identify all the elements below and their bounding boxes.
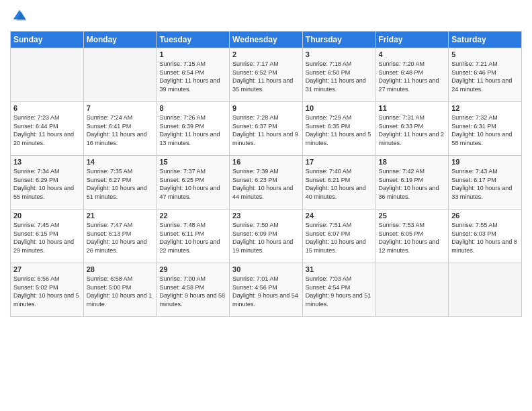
day-info: Sunrise: 7:17 AM Sunset: 6:52 PM Dayligh… [232,60,300,93]
day-info: Sunrise: 7:15 AM Sunset: 6:54 PM Dayligh… [159,60,226,93]
calendar-cell: 18 Sunrise: 7:42 AM Sunset: 6:19 PM Dayl… [375,156,449,210]
calendar-cell: 20 Sunrise: 7:45 AM Sunset: 6:15 PM Dayl… [11,210,84,263]
day-number: 28 [87,265,154,273]
day-info: Sunrise: 7:21 AM Sunset: 6:46 PM Dayligh… [451,60,519,93]
col-header-monday: Monday [83,32,157,48]
day-info: Sunrise: 7:20 AM Sunset: 6:48 PM Dayligh… [379,60,446,93]
calendar-cell [11,48,84,102]
calendar-cell [83,48,157,102]
day-info: Sunrise: 7:51 AM Sunset: 6:07 PM Dayligh… [306,221,373,255]
logo [10,7,32,26]
calendar-cell: 2 Sunrise: 7:17 AM Sunset: 6:52 PM Dayli… [230,48,303,102]
calendar-cell: 10 Sunrise: 7:29 AM Sunset: 6:35 PM Dayl… [302,102,375,156]
day-number: 26 [451,212,519,220]
day-info: Sunrise: 7:00 AM Sunset: 4:58 PM Dayligh… [159,275,226,308]
calendar-cell: 3 Sunrise: 7:18 AM Sunset: 6:50 PM Dayli… [302,48,375,102]
day-number: 11 [379,104,446,112]
calendar-cell: 21 Sunrise: 7:47 AM Sunset: 6:13 PM Dayl… [83,210,157,263]
day-info: Sunrise: 7:53 AM Sunset: 6:05 PM Dayligh… [379,221,446,255]
day-number: 31 [306,265,373,273]
calendar-cell: 28 Sunrise: 6:58 AM Sunset: 5:00 PM Dayl… [83,263,157,317]
day-info: Sunrise: 7:55 AM Sunset: 6:03 PM Dayligh… [451,221,519,255]
week-row-3: 13 Sunrise: 7:34 AM Sunset: 6:29 PM Dayl… [11,156,522,210]
day-number: 6 [13,104,81,112]
day-number: 4 [379,50,446,58]
col-header-saturday: Saturday [449,32,522,48]
day-info: Sunrise: 7:31 AM Sunset: 6:33 PM Dayligh… [379,113,446,147]
day-info: Sunrise: 7:39 AM Sunset: 6:23 PM Dayligh… [232,167,300,201]
day-info: Sunrise: 7:03 AM Sunset: 4:54 PM Dayligh… [306,275,373,308]
col-header-wednesday: Wednesday [230,32,303,48]
week-row-1: 1 Sunrise: 7:15 AM Sunset: 6:54 PM Dayli… [11,48,522,102]
day-number: 23 [232,212,300,220]
day-number: 17 [306,158,373,166]
day-info: Sunrise: 7:32 AM Sunset: 6:31 PM Dayligh… [451,113,519,147]
calendar-cell [375,263,449,317]
day-number: 9 [232,104,300,112]
week-row-5: 27 Sunrise: 6:56 AM Sunset: 5:02 PM Dayl… [11,263,522,317]
calendar-cell: 22 Sunrise: 7:48 AM Sunset: 6:11 PM Dayl… [157,210,230,263]
calendar-cell: 13 Sunrise: 7:34 AM Sunset: 6:29 PM Dayl… [11,156,84,210]
day-number: 2 [232,50,300,58]
calendar-cell [449,263,522,317]
col-header-thursday: Thursday [302,32,375,48]
day-number: 18 [379,158,446,166]
calendar-cell: 17 Sunrise: 7:40 AM Sunset: 6:21 PM Dayl… [302,156,375,210]
day-number: 12 [451,104,519,112]
col-header-sunday: Sunday [11,32,84,48]
day-info: Sunrise: 7:37 AM Sunset: 6:25 PM Dayligh… [159,167,226,201]
day-number: 13 [13,158,81,166]
week-row-2: 6 Sunrise: 7:23 AM Sunset: 6:44 PM Dayli… [11,102,522,156]
col-header-tuesday: Tuesday [157,32,230,48]
calendar-cell: 6 Sunrise: 7:23 AM Sunset: 6:44 PM Dayli… [11,102,84,156]
day-info: Sunrise: 7:42 AM Sunset: 6:19 PM Dayligh… [379,167,446,201]
week-row-4: 20 Sunrise: 7:45 AM Sunset: 6:15 PM Dayl… [11,210,522,263]
day-number: 5 [451,50,519,58]
day-info: Sunrise: 7:50 AM Sunset: 6:09 PM Dayligh… [232,221,300,255]
calendar-cell: 8 Sunrise: 7:26 AM Sunset: 6:39 PM Dayli… [157,102,230,156]
day-info: Sunrise: 7:34 AM Sunset: 6:29 PM Dayligh… [13,167,81,201]
day-number: 1 [159,50,226,58]
day-number: 3 [306,50,373,58]
calendar-page: SundayMondayTuesdayWednesdayThursdayFrid… [0,0,532,411]
calendar-cell: 7 Sunrise: 7:24 AM Sunset: 6:41 PM Dayli… [83,102,157,156]
day-number: 14 [87,158,154,166]
day-number: 29 [159,265,226,273]
calendar-cell: 23 Sunrise: 7:50 AM Sunset: 6:09 PM Dayl… [230,210,303,263]
day-info: Sunrise: 7:28 AM Sunset: 6:37 PM Dayligh… [232,113,300,147]
logo-icon [10,7,29,26]
day-number: 30 [232,265,300,273]
calendar-cell: 31 Sunrise: 7:03 AM Sunset: 4:54 PM Dayl… [302,263,375,317]
calendar-cell: 5 Sunrise: 7:21 AM Sunset: 6:46 PM Dayli… [449,48,522,102]
calendar-cell: 16 Sunrise: 7:39 AM Sunset: 6:23 PM Dayl… [230,156,303,210]
calendar-cell: 26 Sunrise: 7:55 AM Sunset: 6:03 PM Dayl… [449,210,522,263]
calendar-cell: 9 Sunrise: 7:28 AM Sunset: 6:37 PM Dayli… [230,102,303,156]
day-info: Sunrise: 7:29 AM Sunset: 6:35 PM Dayligh… [306,113,373,147]
header [10,7,522,26]
day-info: Sunrise: 6:58 AM Sunset: 5:00 PM Dayligh… [87,275,154,308]
calendar-cell: 4 Sunrise: 7:20 AM Sunset: 6:48 PM Dayli… [375,48,449,102]
day-info: Sunrise: 7:18 AM Sunset: 6:50 PM Dayligh… [306,60,373,93]
day-info: Sunrise: 7:43 AM Sunset: 6:17 PM Dayligh… [451,167,519,201]
day-info: Sunrise: 7:01 AM Sunset: 4:56 PM Dayligh… [232,275,300,308]
calendar-cell: 30 Sunrise: 7:01 AM Sunset: 4:56 PM Dayl… [230,263,303,317]
day-number: 24 [306,212,373,220]
day-info: Sunrise: 7:48 AM Sunset: 6:11 PM Dayligh… [159,221,226,255]
calendar-cell: 11 Sunrise: 7:31 AM Sunset: 6:33 PM Dayl… [375,102,449,156]
day-number: 16 [232,158,300,166]
day-info: Sunrise: 7:45 AM Sunset: 6:15 PM Dayligh… [13,221,81,255]
day-number: 10 [306,104,373,112]
calendar-cell: 1 Sunrise: 7:15 AM Sunset: 6:54 PM Dayli… [157,48,230,102]
day-number: 7 [87,104,154,112]
col-header-friday: Friday [375,32,449,48]
day-info: Sunrise: 7:26 AM Sunset: 6:39 PM Dayligh… [159,113,226,147]
calendar-cell: 19 Sunrise: 7:43 AM Sunset: 6:17 PM Dayl… [449,156,522,210]
day-number: 20 [13,212,81,220]
calendar-cell: 29 Sunrise: 7:00 AM Sunset: 4:58 PM Dayl… [157,263,230,317]
calendar-table: SundayMondayTuesdayWednesdayThursdayFrid… [10,31,522,317]
day-number: 22 [159,212,226,220]
header-row: SundayMondayTuesdayWednesdayThursdayFrid… [11,32,522,48]
calendar-cell: 12 Sunrise: 7:32 AM Sunset: 6:31 PM Dayl… [449,102,522,156]
day-number: 21 [87,212,154,220]
day-number: 15 [159,158,226,166]
